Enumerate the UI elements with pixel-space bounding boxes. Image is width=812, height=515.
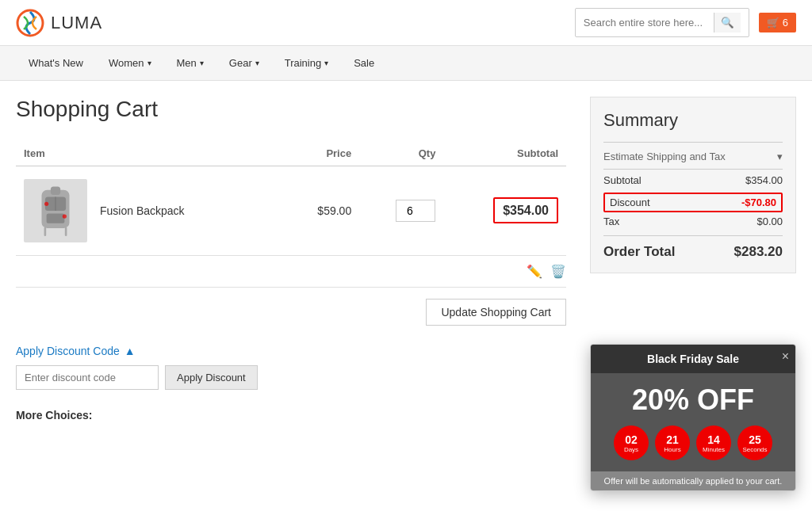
- summary-divider: [603, 169, 783, 170]
- nav-item-whats-new[interactable]: What's New: [16, 46, 96, 80]
- col-price: Price: [284, 141, 359, 166]
- timer-hours-value: 21: [666, 433, 679, 438]
- timer-hours: 21 Hours: [655, 425, 690, 437]
- popup-close-button[interactable]: ×: [782, 349, 789, 364]
- product-qty-cell: [359, 166, 443, 256]
- chevron-down-icon: ▾: [777, 151, 783, 162]
- order-total-amount: $283.20: [734, 244, 783, 260]
- update-cart-button[interactable]: Update Shopping Cart: [426, 299, 566, 326]
- discount-label: Discount: [610, 196, 650, 208]
- cart-icon[interactable]: 🛒 6: [759, 13, 796, 32]
- timer-minutes-value: 14: [707, 433, 720, 438]
- update-cart-row: Update Shopping Cart: [16, 288, 566, 337]
- timer-days-value: 02: [625, 433, 638, 438]
- edit-icon[interactable]: ✏️: [527, 264, 542, 279]
- backpack-illustration: [28, 183, 83, 238]
- summary-box: Summary Estimate Shipping and Tax ▾ Subt…: [590, 97, 796, 273]
- navigation: What's New Women▾ Men▾ Gear▾ Training▾ S…: [0, 46, 812, 81]
- apply-discount-button[interactable]: Apply Discount: [165, 365, 258, 390]
- popup-header: Black Friday Sale ×: [591, 345, 795, 373]
- order-total-label: Order Total: [603, 244, 675, 260]
- action-icons-row: ✏️ 🗑️: [16, 256, 566, 288]
- timer-seconds: 25 Seconds: [737, 425, 772, 437]
- discount-amount: -$70.80: [741, 196, 776, 208]
- tax-label: Tax: [603, 216, 619, 227]
- product-image: [24, 179, 87, 242]
- search-input[interactable]: [584, 17, 709, 29]
- timer-days: 02 Days: [614, 425, 649, 437]
- svg-rect-3: [47, 214, 65, 223]
- chevron-down-icon: ▾: [200, 59, 204, 67]
- svg-point-8: [44, 202, 48, 206]
- popup-body: 20% OFF 02 Days 21 Hours 14 Minutes 25 S…: [591, 373, 795, 437]
- discount-toggle-label: Apply Discount Code: [16, 345, 120, 357]
- nav-item-men[interactable]: Men▾: [164, 46, 216, 80]
- order-total-row: Order Total $283.20: [603, 235, 783, 260]
- nav-item-gear[interactable]: Gear▾: [216, 46, 272, 80]
- tax-row: Tax $0.00: [603, 216, 783, 227]
- nav-item-sale[interactable]: Sale: [341, 46, 387, 80]
- popup-discount-text: 20% OFF: [599, 384, 787, 416]
- summary-title: Summary: [603, 110, 783, 131]
- col-subtotal: Subtotal: [443, 141, 566, 166]
- black-friday-popup: Black Friday Sale × 20% OFF 02 Days 21 H…: [590, 344, 796, 437]
- table-row: Fusion Backpack $59.00 $354.00: [16, 166, 566, 256]
- cart-table: Item Price Qty Subtotal: [16, 141, 566, 256]
- quantity-input[interactable]: [396, 200, 435, 222]
- page-title: Shopping Cart: [16, 97, 566, 122]
- main-content: Shopping Cart Item Price Qty Subtotal: [16, 97, 590, 422]
- chevron-up-icon: ▲: [124, 345, 136, 357]
- timer-minutes: 14 Minutes: [696, 425, 731, 437]
- popup-timer: 02 Days 21 Hours 14 Minutes 25 Seconds: [599, 425, 787, 437]
- subtotal-value: $354.00: [493, 197, 558, 223]
- estimate-shipping-row[interactable]: Estimate Shipping and Tax ▾: [603, 142, 783, 162]
- logo-text: LUMA: [51, 13, 102, 33]
- discount-code-input[interactable]: [16, 365, 159, 390]
- logo[interactable]: LUMA: [16, 9, 102, 37]
- header-right: 🔍 🛒 6: [575, 8, 796, 37]
- nav-item-women[interactable]: Women▾: [96, 46, 164, 80]
- col-item: Item: [16, 141, 284, 166]
- chevron-down-icon: ▾: [147, 59, 151, 67]
- search-bar[interactable]: 🔍: [575, 8, 749, 37]
- header: LUMA 🔍 🛒 6: [0, 0, 812, 46]
- search-button[interactable]: 🔍: [714, 13, 741, 32]
- discount-section: Apply Discount Code ▲ Apply Discount: [16, 345, 566, 390]
- subtotal-row: Subtotal $354.00: [603, 174, 783, 186]
- discount-toggle[interactable]: Apply Discount Code ▲: [16, 345, 566, 357]
- discount-row: Discount -$70.80: [603, 193, 783, 212]
- product-name: Fusion Backpack: [100, 204, 185, 217]
- delete-icon[interactable]: 🗑️: [550, 264, 566, 279]
- nav-item-training[interactable]: Training▾: [272, 46, 341, 80]
- product-price: $59.00: [284, 166, 359, 256]
- subtotal-label: Subtotal: [603, 174, 642, 186]
- col-qty: Qty: [359, 141, 443, 166]
- product-cell: Fusion Backpack: [16, 166, 284, 256]
- popup-title: Black Friday Sale: [647, 353, 739, 365]
- logo-icon: [16, 9, 44, 37]
- chevron-down-icon: ▾: [324, 59, 328, 67]
- subtotal-amount: $354.00: [745, 174, 783, 186]
- discount-form: Apply Discount: [16, 365, 566, 390]
- product-subtotal: $354.00: [443, 166, 566, 256]
- timer-seconds-value: 25: [749, 433, 761, 438]
- estimate-shipping-label: Estimate Shipping and Tax: [603, 151, 726, 162]
- tax-amount: $0.00: [756, 216, 783, 227]
- svg-point-9: [63, 214, 67, 218]
- cart-count: 6: [783, 17, 788, 29]
- chevron-down-icon: ▾: [255, 59, 259, 67]
- more-choices-label: More Choices:: [16, 409, 566, 422]
- svg-rect-5: [51, 186, 60, 195]
